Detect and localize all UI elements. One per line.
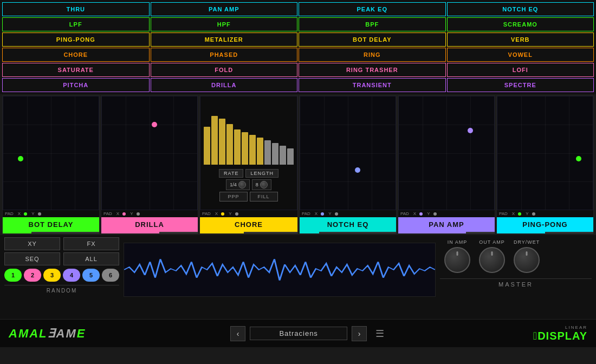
num-btn-5[interactable]: 5 — [82, 269, 100, 282]
seq-bar-10 — [280, 146, 286, 165]
seq-bar-6 — [249, 135, 256, 165]
fx-btn-spectre[interactable]: SPECTRE — [447, 78, 594, 92]
fx-btn-metalizer[interactable]: METALIZER — [151, 32, 298, 47]
pad-screen-3[interactable] — [300, 96, 396, 210]
in-amp-label: IN AMP — [448, 239, 468, 245]
seq-ppp-btn[interactable]: PPP — [219, 192, 247, 202]
next-arrow[interactable]: › — [352, 326, 367, 341]
pad-label: PAD — [5, 211, 14, 216]
out-amp-knob[interactable] — [479, 247, 505, 273]
pad-screen-4[interactable] — [398, 96, 495, 210]
pad-meta-3: PAD X Y — [300, 210, 396, 217]
pad-x-label: X — [315, 211, 318, 216]
pad-y-dot — [335, 212, 338, 216]
pad-name-bar-0[interactable]: BOT DELAY — [3, 217, 99, 232]
seq-bar-2 — [219, 119, 225, 165]
num-btn-4[interactable]: 4 — [63, 269, 80, 282]
seq-bar-1 — [211, 116, 218, 165]
brand-sub: LINEAR — [533, 325, 587, 330]
fx-btn-peak-eq[interactable]: PEAK EQ — [299, 2, 446, 16]
fx-btn-ping-pong[interactable]: PING-PONG — [2, 32, 150, 47]
pad-name-bar-4[interactable]: PAN AMP — [398, 217, 495, 232]
logo-text: AMAL — [9, 327, 48, 340]
menu-icon[interactable]: ☰ — [371, 326, 388, 342]
seq-bar-3 — [226, 124, 233, 165]
random-label: RANDOM — [4, 285, 119, 294]
fx-btn-pitcha[interactable]: PITCHA — [2, 78, 150, 92]
pad-name-bar-2[interactable]: CHORE — [200, 217, 297, 232]
fx-btn-thru[interactable]: THRU — [2, 2, 150, 16]
number-buttons: 123456 — [4, 269, 119, 282]
pad-dot-3 — [355, 167, 360, 173]
fx-btn-ring[interactable]: RING — [299, 48, 446, 62]
fx-btn-hpf[interactable]: HPF — [151, 17, 298, 31]
pad-name-bar-1[interactable]: DRILLA — [101, 217, 198, 232]
footer-center: ‹ Batraciens › ☰ — [230, 326, 388, 342]
pad-x-dot — [24, 212, 27, 216]
pad-progress-4 — [398, 232, 495, 233]
pad-name-bar-5[interactable]: PING-PONG — [497, 217, 593, 232]
fx-btn-pan-amp[interactable]: PAN AMP — [151, 2, 298, 16]
seq-length-knob[interactable] — [260, 181, 268, 188]
pad-label: PAD — [202, 211, 211, 216]
fx-btn-vowel[interactable]: VOWEL — [447, 48, 594, 62]
num-btn-2[interactable]: 2 — [24, 269, 41, 282]
seq-bar-7 — [257, 138, 263, 165]
seq-length-value: 8 — [256, 182, 258, 187]
seq-rate-knob[interactable] — [238, 181, 246, 188]
seq-bar-0 — [204, 127, 210, 165]
pad-screen-1[interactable] — [101, 96, 198, 210]
prev-arrow[interactable]: ‹ — [230, 326, 245, 341]
pad-screen-5[interactable] — [497, 96, 593, 210]
preset-name: Batraciens — [250, 327, 347, 340]
fx-btn-saturate[interactable]: SATURATE — [2, 63, 150, 77]
pad-y-label: Y — [130, 211, 133, 216]
knobs-row: IN AMP OUT AMP DRY/WET — [440, 237, 544, 275]
pad-x-label: X — [18, 211, 21, 216]
pad-2: RATELENGTH1/48PPPFILLPAD X Y CHORE — [199, 95, 298, 234]
seq-rate-label: RATE — [219, 169, 243, 178]
pad-screen-0[interactable] — [3, 96, 99, 210]
fx-btn-notch-eq[interactable]: NOTCH EQ — [447, 2, 594, 16]
pad-meta-4: PAD X Y — [398, 210, 495, 217]
out-amp-label: OUT AMP — [479, 239, 504, 245]
pad-0: PAD X Y BOT DELAY — [2, 95, 100, 234]
pad-meta-0: PAD X Y — [3, 210, 99, 217]
num-btn-6[interactable]: 6 — [102, 269, 119, 282]
num-btn-1[interactable]: 1 — [4, 269, 22, 282]
fx-button[interactable]: FX — [63, 237, 119, 250]
xy-button[interactable]: XY — [4, 237, 60, 250]
in-amp-knob[interactable] — [444, 247, 470, 273]
fx-btn-fold[interactable]: FOLD — [151, 63, 298, 77]
fx-btn-screamo[interactable]: SCREAMO — [447, 17, 594, 31]
fx-btn-chore[interactable]: CHORE — [2, 48, 150, 62]
pad-name-bar-3[interactable]: NOTCH EQ — [300, 217, 396, 232]
dry-wet-knob[interactable] — [514, 247, 540, 273]
pad-y-dot — [235, 212, 238, 216]
num-btn-3[interactable]: 3 — [43, 269, 61, 282]
fx-btn-ring-trasher[interactable]: RING TRASHER — [299, 63, 446, 77]
fx-btn-lpf[interactable]: LPF — [2, 17, 150, 31]
fx-btn-phased[interactable]: PHASED — [151, 48, 298, 62]
fx-btn-drilla[interactable]: DRILLA — [151, 78, 298, 92]
seq-button[interactable]: SEQ — [4, 252, 60, 265]
all-button[interactable]: ALL — [63, 252, 119, 265]
dry-wet-group: DRY/WET — [514, 239, 540, 273]
pad-x-label: X — [413, 211, 416, 216]
seq-bar-5 — [242, 132, 248, 165]
pad-1: PAD X Y DRILLA — [101, 95, 198, 234]
fx-btn-bot-delay[interactable]: BOT DELAY — [299, 32, 446, 47]
footer-bar: AMALƎAME ‹ Batraciens › ☰ LINEAR 𝕑DISPLA… — [0, 319, 596, 347]
seq-fill-btn[interactable]: FILL — [250, 192, 278, 202]
left-controls: XY FX SEQ ALL 123456 RANDOM — [4, 237, 119, 294]
xy-fx-row: XY FX — [4, 237, 119, 250]
pad-progress-0 — [3, 232, 99, 233]
pad-progress-5 — [497, 232, 593, 233]
fx-btn-bpf[interactable]: BPF — [299, 17, 446, 31]
pad-meta-2: PAD X Y — [200, 210, 297, 217]
pad-progress-1 — [101, 232, 198, 233]
fx-btn-transient[interactable]: TRANSIENT — [299, 78, 446, 92]
fx-btn-lofi[interactable]: LOFI — [447, 63, 594, 77]
fx-btn-verb[interactable]: VERB — [447, 32, 594, 47]
master-section: IN AMP OUT AMP DRY/WET MASTER — [440, 237, 592, 288]
